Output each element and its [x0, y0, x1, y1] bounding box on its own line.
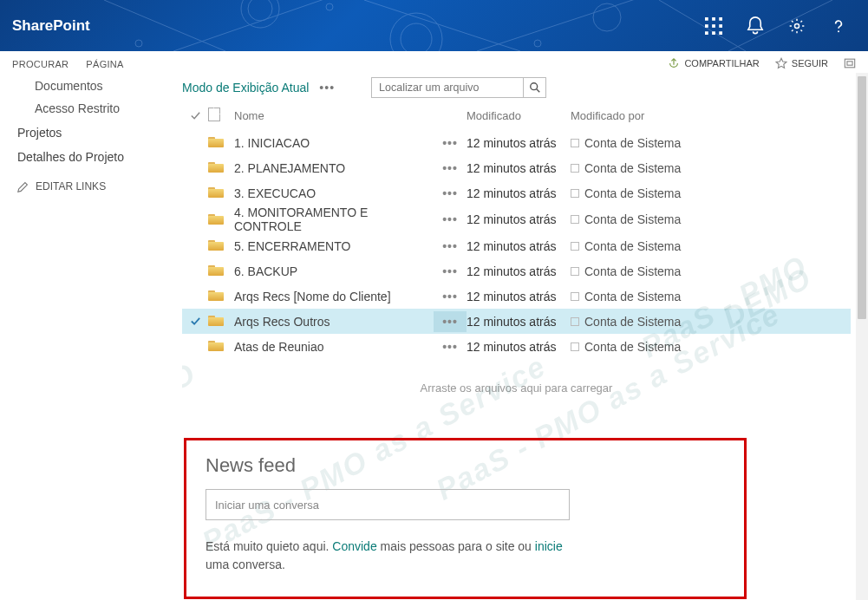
item-name[interactable]: Arqs Recs Outros — [234, 315, 434, 329]
item-modified: 12 minutos atrás — [467, 315, 571, 329]
item-modified-by[interactable]: Conta de Sistema — [571, 290, 709, 303]
invite-link[interactable]: Convide — [332, 539, 376, 553]
svg-point-1 — [248, 0, 272, 21]
folder-icon — [208, 160, 234, 175]
ribbon: PROCURAR PÁGINA COMPARTILHAR SEGUIR — [0, 51, 868, 73]
search-icon — [529, 82, 541, 94]
svg-point-23 — [794, 23, 799, 28]
svg-rect-14 — [705, 17, 708, 21]
item-modified-by[interactable]: Conta de Sistema — [571, 186, 709, 200]
content: DEMO PaaS - PMO as a Service PaaS - PMO … — [182, 73, 868, 600]
item-menu-button[interactable]: ••• — [434, 236, 467, 257]
table-row[interactable]: 2. PLANEJAMENTO•••12 minutos atrásConta … — [182, 155, 851, 180]
edit-links-button[interactable]: EDITAR LINKS — [17, 180, 182, 192]
svg-rect-17 — [705, 24, 708, 28]
col-name[interactable]: Nome — [234, 109, 434, 122]
item-menu-button[interactable]: ••• — [434, 311, 467, 332]
settings-icon[interactable] — [788, 17, 806, 35]
svg-line-5 — [173, 0, 347, 51]
current-view-label[interactable]: Modo de Exibição Atual — [182, 81, 309, 95]
search-button[interactable] — [523, 78, 545, 97]
item-name[interactable]: 6. BACKUP — [234, 264, 434, 278]
item-menu-button[interactable]: ••• — [434, 158, 467, 179]
search-input[interactable] — [372, 78, 523, 97]
item-menu-button[interactable]: ••• — [434, 336, 467, 357]
svg-point-27 — [530, 83, 537, 90]
view-menu-button[interactable]: ••• — [319, 81, 335, 95]
item-name[interactable]: 5. ENCERRAMENTO — [234, 239, 434, 253]
item-modified-by[interactable]: Conta de Sistema — [571, 264, 709, 278]
item-modified-by[interactable]: Conta de Sistema — [571, 340, 709, 354]
folder-icon — [208, 135, 234, 150]
table-row[interactable]: 1. INICIACAO•••12 minutos atrásConta de … — [182, 130, 851, 155]
table-row[interactable]: Arqs Recs [Nome do Cliente]•••12 minutos… — [182, 284, 851, 309]
item-modified-by[interactable]: Conta de Sistema — [571, 315, 709, 329]
table-row[interactable]: 6. BACKUP•••12 minutos atrásConta de Sis… — [182, 258, 851, 284]
help-icon[interactable] — [830, 17, 847, 35]
table-row[interactable]: Arqs Recs Outros•••12 minutos atrásConta… — [182, 309, 851, 334]
svg-point-0 — [241, 0, 279, 28]
presence-icon — [571, 242, 579, 251]
item-modified: 12 minutos atrás — [467, 239, 571, 253]
tab-page[interactable]: PÁGINA — [86, 59, 123, 69]
toolbar: Modo de Exibição Atual ••• — [182, 77, 851, 98]
svg-rect-20 — [705, 31, 708, 35]
scrollbar-thumb[interactable] — [858, 76, 866, 319]
item-modified-by[interactable]: Conta de Sistema — [571, 239, 709, 253]
table-header: Nome Modificado Modificado por — [182, 105, 851, 130]
item-name[interactable]: Arqs Recs [Nome do Cliente] — [234, 290, 434, 303]
svg-point-2 — [390, 13, 442, 51]
item-name[interactable]: 3. EXECUCAO — [234, 186, 434, 200]
row-checkbox[interactable] — [182, 316, 208, 327]
tab-browse[interactable]: PROCURAR — [12, 59, 69, 69]
item-modified: 12 minutos atrás — [467, 264, 571, 278]
presence-icon — [571, 292, 579, 301]
item-modified-by[interactable]: Conta de Sistema — [571, 136, 709, 150]
newsfeed-panel: News feed Iniciar uma conversa Está muit… — [184, 438, 747, 599]
item-modified-by[interactable]: Conta de Sistema — [571, 212, 709, 226]
col-modified-by[interactable]: Modificado por — [571, 109, 709, 122]
svg-point-3 — [401, 23, 432, 51]
item-modified-by[interactable]: Conta de Sistema — [571, 161, 709, 175]
item-name[interactable]: 4. MONITORAMENTO E CONTROLE — [234, 205, 434, 233]
focus-button[interactable] — [844, 57, 856, 69]
share-button[interactable]: COMPARTILHAR — [668, 57, 759, 69]
type-header-icon[interactable] — [208, 108, 234, 124]
item-menu-button[interactable]: ••• — [434, 133, 467, 153]
sidebar-item-detalhes-projeto[interactable]: Detalhes do Projeto — [17, 144, 182, 168]
item-name[interactable]: 2. PLANEJAMENTO — [234, 161, 434, 175]
table-row[interactable]: 4. MONITORAMENTO E CONTROLE•••12 minutos… — [182, 205, 851, 233]
item-menu-button[interactable]: ••• — [434, 261, 467, 282]
newsfeed-input[interactable]: Iniciar uma conversa — [206, 489, 570, 520]
table-row[interactable]: Atas de Reuniao•••12 minutos atrásConta … — [182, 334, 851, 359]
svg-point-11 — [135, 40, 142, 47]
presence-icon — [571, 342, 579, 351]
brand-label[interactable]: SharePoint — [12, 17, 90, 35]
sidebar-item-acesso-restrito[interactable]: Acesso Restrito — [17, 97, 182, 120]
item-modified: 12 minutos atrás — [467, 212, 571, 226]
item-name[interactable]: Atas de Reuniao — [234, 340, 434, 354]
sidebar-item-projetos[interactable]: Projetos — [17, 120, 182, 144]
vertical-scrollbar[interactable] — [856, 73, 868, 600]
start-conversation-link[interactable]: inicie — [535, 539, 563, 553]
item-name[interactable]: 1. INICIACAO — [234, 136, 434, 150]
app-launcher-icon[interactable] — [705, 17, 722, 35]
svg-rect-25 — [845, 59, 854, 68]
item-modified: 12 minutos atrás — [467, 161, 571, 175]
select-all-checkbox[interactable] — [182, 110, 208, 121]
table-row[interactable]: 3. EXECUCAO•••12 minutos atrásConta de S… — [182, 180, 851, 205]
notifications-icon[interactable] — [747, 17, 764, 35]
col-modified[interactable]: Modificado — [467, 109, 571, 122]
item-menu-button[interactable]: ••• — [434, 209, 467, 230]
follow-button[interactable]: SEGUIR — [775, 57, 828, 69]
presence-icon — [571, 164, 579, 173]
svg-point-24 — [838, 30, 839, 32]
item-modified: 12 minutos atrás — [467, 136, 571, 150]
table-row[interactable]: 5. ENCERRAMENTO•••12 minutos atrásConta … — [182, 233, 851, 258]
sidebar-item-documentos[interactable]: Documentos — [17, 75, 182, 97]
search-box — [371, 77, 546, 98]
folder-icon — [208, 212, 234, 227]
item-menu-button[interactable]: ••• — [434, 286, 467, 307]
item-menu-button[interactable]: ••• — [434, 183, 467, 204]
folder-icon — [208, 238, 234, 253]
